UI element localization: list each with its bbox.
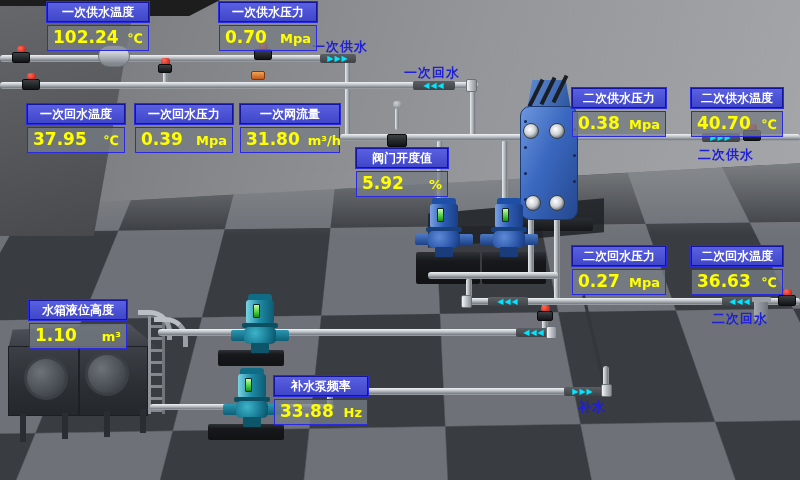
- tag-value: 36.63: [697, 270, 751, 293]
- tag-primary-flow: 一次网流量 31.80m³/h: [240, 104, 340, 153]
- tag-unit: m³: [94, 325, 121, 348]
- tag-unit: m³/h: [300, 129, 341, 152]
- tag-primary-supply-pressure: 一次供水压力 0.70Mpa: [219, 2, 317, 51]
- heat-exchanger-bolts: [524, 120, 527, 123]
- tag-unit: Hz: [336, 401, 362, 424]
- pump-status-light: [245, 378, 252, 392]
- tag-value: 0.38: [578, 112, 620, 135]
- heat-exchanger-port: [549, 195, 565, 211]
- tag-value-box: 0.27Mpa: [572, 269, 666, 295]
- tag-value-box: 1.10m³: [29, 323, 127, 349]
- pump-foot: [435, 247, 453, 257]
- tag-unit: %: [421, 173, 442, 196]
- valve-fill[interactable]: [537, 305, 553, 321]
- tag-value: 5.92: [362, 172, 404, 195]
- tag-value-box: 33.88Hz: [274, 399, 368, 425]
- tag-value-box: 40.70℃: [691, 111, 783, 137]
- pipe-primary-to-exchanger: [340, 134, 530, 141]
- pump-motor: [430, 204, 458, 228]
- control-valve[interactable]: [387, 101, 407, 147]
- pipe-pump2-riser: [502, 140, 508, 200]
- pipe-exchanger-down2: [554, 206, 560, 300]
- pipe-coupling: [461, 295, 472, 308]
- tag-title: 水箱液位高度: [29, 300, 127, 320]
- tag-value: 0.39: [141, 128, 183, 151]
- circulation-pump-1[interactable]: [424, 198, 464, 258]
- tag-unit: ℃: [753, 271, 777, 294]
- tag-value: 31.80: [246, 128, 300, 151]
- pump-status-light: [502, 208, 509, 222]
- tag-title: 一次网流量: [240, 104, 340, 124]
- pipe-coupling: [601, 384, 612, 397]
- tag-title: 二次供水温度: [691, 88, 783, 108]
- tank-leg: [62, 413, 68, 439]
- tag-secondary-return-pressure: 二次回水压力 0.27Mpa: [572, 246, 666, 295]
- tag-value-box: 0.70Mpa: [219, 25, 317, 51]
- tag-title: 二次回水压力: [572, 246, 666, 266]
- tag-unit: ℃: [95, 129, 119, 152]
- pipe-primary-supply-drop: [345, 58, 351, 138]
- tank-leg: [104, 411, 110, 437]
- valve-primary-supply-inlet[interactable]: [12, 46, 30, 63]
- makeup-pump-1[interactable]: [240, 294, 280, 354]
- tag-tank-level: 水箱液位高度 1.10m³: [29, 300, 127, 349]
- valve-bypass[interactable]: [158, 58, 172, 73]
- pump-volute: [493, 231, 525, 248]
- tag-unit: Mpa: [188, 129, 227, 152]
- pipe-coupling: [466, 79, 477, 92]
- tank-leg: [140, 409, 146, 433]
- pipe-primary-supply: [0, 55, 350, 62]
- tag-primary-return-pressure: 一次回水压力 0.39Mpa: [135, 104, 233, 153]
- pump-foot: [243, 417, 261, 427]
- pipe-makeup-suction-a: [158, 329, 556, 336]
- tag-value-box: 102.24℃: [47, 25, 149, 51]
- pump-nozzle: [523, 234, 538, 245]
- pressure-sensor[interactable]: [251, 71, 265, 80]
- tag-unit: ℃: [753, 113, 777, 136]
- tag-value: 102.24: [53, 26, 119, 49]
- pipe-primary-return: [0, 82, 478, 89]
- tag-secondary-supply-pressure: 二次供水压力 0.38Mpa: [572, 88, 666, 137]
- tag-primary-return-temp: 一次回水温度 37.95℃: [27, 104, 125, 153]
- pump-status-light: [437, 208, 444, 222]
- tag-title: 一次供水压力: [219, 2, 317, 22]
- tag-value: 33.88: [280, 400, 334, 423]
- pump-foot: [500, 247, 518, 257]
- circulation-pump-2[interactable]: [489, 198, 529, 258]
- pipe-label-primary-return: 一次回水: [404, 64, 460, 82]
- pump-volute: [244, 327, 276, 344]
- flow-arrows-makeup: ▶▶▶: [564, 387, 602, 396]
- tag-value: 0.27: [578, 270, 620, 293]
- tag-secondary-supply-temp: 二次供水温度 40.70℃: [691, 88, 783, 137]
- pump-motor: [495, 204, 523, 228]
- tag-title: 一次回水压力: [135, 104, 233, 124]
- valve-primary-return[interactable]: [22, 73, 40, 90]
- tag-value: 0.70: [225, 26, 267, 49]
- tag-value-box: 0.38Mpa: [572, 111, 666, 137]
- tag-secondary-return-temp: 二次回水温度 36.63℃: [691, 246, 783, 295]
- tag-title: 一次回水温度: [27, 104, 125, 124]
- water-tank-seam: [78, 347, 80, 415]
- tag-title: 阀门开度值: [356, 148, 448, 168]
- tag-unit: Mpa: [621, 113, 660, 136]
- makeup-pump-2[interactable]: [232, 368, 272, 428]
- pipe-primary-return-drop: [470, 85, 476, 138]
- tank-manhole: [24, 356, 68, 400]
- hmi-screen: ▶▶▶ ◀◀◀ ▶▶▶ ◀◀◀ ◀◀◀: [0, 0, 800, 480]
- tag-unit: ℃: [119, 27, 143, 50]
- flow-arrows-primary-return: ◀◀◀: [413, 81, 455, 90]
- tag-value-box: 0.39Mpa: [135, 127, 233, 153]
- tag-title: 二次回水温度: [691, 246, 783, 266]
- pipe-label-secondary-supply: 二次供水: [698, 146, 754, 164]
- tag-value: 40.70: [697, 112, 751, 135]
- pipe-label-secondary-return: 二次回水: [712, 310, 768, 328]
- tag-value-box: 31.80m³/h: [240, 127, 340, 153]
- tag-title: 补水泵频率: [274, 376, 368, 396]
- pump-volute: [236, 401, 268, 418]
- tag-title: 一次供水温度: [47, 2, 149, 22]
- pipe-label-makeup-water: 补水: [578, 398, 606, 416]
- tag-value-box: 5.92%: [356, 171, 448, 197]
- tag-title: 二次供水压力: [572, 88, 666, 108]
- pipe-pump-manifold: [428, 272, 558, 279]
- heat-exchanger-port: [549, 123, 565, 139]
